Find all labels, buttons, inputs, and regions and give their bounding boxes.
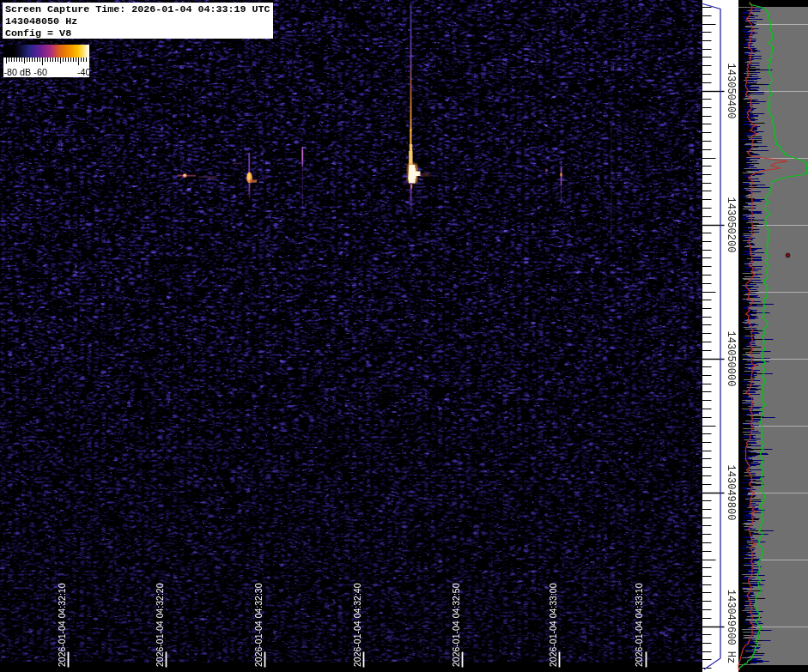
svg-text:2026-01-04 04:32:50: 2026-01-04 04:32:50 (451, 583, 461, 667)
svg-text:143049800: 143049800 (725, 465, 737, 521)
svg-text:143050400: 143050400 (725, 64, 737, 119)
svg-text:143050000: 143050000 (725, 331, 737, 387)
svg-text:2026-01-04 04:32:20: 2026-01-04 04:32:20 (155, 583, 165, 667)
svg-text:-80 dB -60: -80 dB -60 (4, 67, 47, 77)
svg-text:2026-01-04 04:33:10: 2026-01-04 04:33:10 (634, 583, 644, 667)
svg-text:143049600 Hz: 143049600 Hz (725, 590, 737, 663)
svg-text:143050200: 143050200 (725, 197, 737, 253)
svg-text:2026-01-04 04:32:10: 2026-01-04 04:32:10 (57, 583, 67, 667)
svg-text:2026-01-04 04:32:30: 2026-01-04 04:32:30 (253, 583, 264, 667)
svg-text:2026-01-04 04:33:00: 2026-01-04 04:33:00 (548, 583, 558, 667)
svg-text:2026-01-04 04:32:40: 2026-01-04 04:32:40 (352, 583, 362, 667)
svg-text:-40: -40 (77, 67, 89, 77)
